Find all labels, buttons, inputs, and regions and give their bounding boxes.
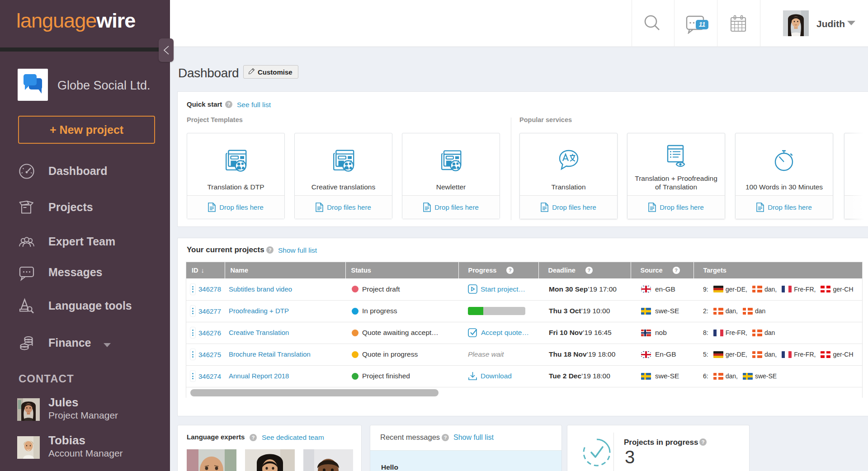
- project-id-link[interactable]: 346274: [198, 372, 221, 380]
- scrollbar-thumb[interactable]: [190, 389, 439, 396]
- label: Drop files here: [660, 203, 704, 211]
- sidebar-item-language-tools[interactable]: Language tools: [18, 296, 167, 316]
- contact-tobias[interactable]: Tobias Account Manager: [17, 436, 166, 459]
- template-card-translation-dtp[interactable]: Translation & DTP Drop files here: [187, 133, 285, 219]
- project-id-link[interactable]: 346277: [198, 307, 221, 315]
- drop-files-zone[interactable]: [844, 195, 868, 219]
- user-menu-caret-icon[interactable]: [847, 21, 855, 25]
- row-menu-icon[interactable]: [190, 370, 196, 382]
- language-experts-card: Language experts ? See dedicated team: [177, 425, 362, 471]
- template-doc-people-icon: [224, 133, 248, 183]
- row-menu-icon[interactable]: [190, 305, 196, 317]
- template-card-title: Creative translations: [305, 183, 382, 191]
- column-header-progress[interactable]: Progress?: [458, 262, 538, 278]
- service-card-100-words[interactable]: 100 Words in 30 Minutes Drop files here: [735, 133, 833, 219]
- targets-count: 2:: [703, 307, 708, 315]
- user-name[interactable]: Judith: [816, 19, 845, 29]
- quick-start-help-icon[interactable]: ?: [225, 101, 232, 108]
- languagewire-logo[interactable]: languagewire: [16, 9, 135, 33]
- expert-photo-1[interactable]: [187, 449, 236, 471]
- label: Start project…: [481, 285, 525, 293]
- label: Targets: [703, 267, 726, 274]
- drop-files-zone[interactable]: Drop files here: [187, 195, 284, 219]
- label: Project Manager: [48, 410, 118, 421]
- expert-photo-3[interactable]: [303, 449, 353, 471]
- target-flag-icon: [713, 351, 723, 358]
- target-flag-icon: [821, 351, 830, 358]
- see-dedicated-team-link[interactable]: See dedicated team: [262, 433, 324, 442]
- user-avatar[interactable]: [783, 10, 809, 36]
- expert-photo-2[interactable]: [245, 449, 295, 471]
- service-card-translation-proofreading[interactable]: Translation + Proofreading of Translatio…: [627, 133, 725, 219]
- column-header-source[interactable]: Source?: [631, 262, 693, 278]
- project-row: 346274 Annual Report 2018 Project finish…: [186, 365, 862, 387]
- deadline-date: Thu 18 Nov: [549, 350, 587, 358]
- quick-start-title: Quick start: [187, 100, 222, 108]
- row-menu-icon[interactable]: [190, 349, 196, 360]
- download-link[interactable]: Download: [468, 371, 512, 381]
- download-icon: [468, 371, 477, 381]
- search-button[interactable]: [644, 0, 662, 47]
- drop-files-zone[interactable]: Drop files here: [402, 195, 500, 219]
- show-full-list-link[interactable]: Show full list: [278, 246, 317, 254]
- drop-files-zone[interactable]: Drop files here: [295, 195, 392, 219]
- project-id-link[interactable]: 346278: [198, 285, 221, 293]
- sidebar-item-dashboard[interactable]: Dashboard: [18, 161, 167, 181]
- column-header-id[interactable]: ID↓: [186, 262, 225, 278]
- label: Fre-FR,: [726, 329, 747, 336]
- project-name-link[interactable]: Proofreading + DTP: [229, 307, 289, 315]
- progress-help-icon[interactable]: ?: [506, 267, 514, 274]
- recent-messages-title: Recent messages: [380, 433, 440, 442]
- project-name-link[interactable]: Creative Translation: [229, 329, 289, 336]
- source-help-icon[interactable]: ?: [673, 267, 680, 274]
- start-project-link[interactable]: Start project…: [468, 284, 525, 294]
- project-name-link[interactable]: Subtitles brand video: [229, 285, 292, 293]
- project-id-link[interactable]: 346275: [198, 351, 221, 358]
- target-item: swe-SE: [743, 372, 777, 380]
- play-icon: [468, 284, 477, 294]
- current-projects-help-icon[interactable]: ?: [266, 246, 274, 254]
- current-projects-title: Your current projects: [187, 245, 264, 254]
- column-header-name[interactable]: Name: [225, 262, 345, 278]
- label: dan,: [726, 307, 738, 315]
- template-card-title: Newletter: [430, 183, 472, 191]
- new-project-button[interactable]: + New project: [18, 116, 155, 144]
- messages-show-full-list-link[interactable]: Show full list: [453, 433, 494, 442]
- projects-in-progress-help-icon[interactable]: ?: [699, 438, 707, 446]
- accept-quote-link[interactable]: Accept quote…: [468, 328, 529, 338]
- deadline-help-icon[interactable]: ?: [585, 267, 593, 274]
- label: Fre-FR,: [794, 351, 816, 358]
- project-id-link[interactable]: 346276: [198, 329, 221, 337]
- message-row[interactable]: Hello: [370, 450, 561, 471]
- stopwatch-icon: [771, 133, 797, 183]
- template-card-creative-translations[interactable]: Creative translations Drop files here: [294, 133, 392, 219]
- column-header-targets[interactable]: Targets: [693, 262, 862, 278]
- language-experts-help-icon[interactable]: ?: [250, 434, 257, 441]
- sidebar-item-projects[interactable]: Projects: [18, 198, 167, 217]
- project-name-link[interactable]: Brochure Retail Translation: [229, 350, 311, 358]
- recent-messages-help-icon[interactable]: ?: [442, 434, 449, 441]
- service-card-partial[interactable]: [844, 133, 868, 219]
- see-full-list-link[interactable]: See full list: [237, 101, 271, 109]
- drop-files-zone[interactable]: Drop files here: [736, 195, 833, 219]
- source-label: swe-SE: [655, 372, 679, 380]
- template-card-newletter[interactable]: Newletter Drop files here: [402, 133, 500, 219]
- column-header-status[interactable]: Status: [345, 262, 458, 278]
- drop-files-zone[interactable]: Drop files here: [520, 195, 617, 219]
- quick-start-divider: [511, 118, 511, 220]
- label: Name: [231, 267, 249, 274]
- calendar-button[interactable]: [730, 0, 748, 47]
- contact-jules[interactable]: Jules Project Manager: [17, 398, 166, 421]
- service-card-translation[interactable]: Translation Drop files here: [519, 133, 618, 219]
- project-name-link[interactable]: Annual Report 2018: [229, 372, 289, 380]
- sidebar-collapse-button[interactable]: [159, 38, 174, 62]
- column-header-deadline[interactable]: Deadline?: [538, 262, 631, 278]
- row-menu-icon[interactable]: [190, 327, 196, 339]
- row-menu-icon[interactable]: [190, 283, 196, 295]
- sidebar-item-messages[interactable]: Messages: [18, 263, 167, 283]
- tobias-avatar: [17, 436, 40, 459]
- customise-button[interactable]: Customise: [243, 65, 298, 79]
- sidebar-item-expert-team[interactable]: Expert Team: [18, 232, 167, 252]
- drop-files-zone[interactable]: Drop files here: [627, 195, 725, 219]
- sidebar-item-finance[interactable]: Finance: [18, 333, 167, 353]
